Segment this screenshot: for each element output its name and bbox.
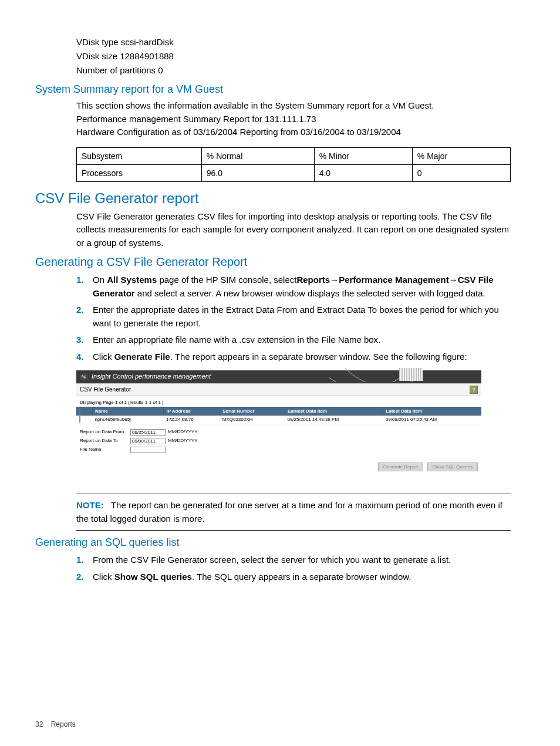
- sys-summary-p1: This section shows the information avail…: [76, 99, 513, 113]
- td-major: 0: [412, 164, 510, 181]
- cell-name: nphs4e59f9u0e5j: [93, 416, 164, 424]
- note-bottom-rule: [76, 530, 511, 531]
- step-num: 3.: [76, 333, 93, 347]
- server-row[interactable]: nphs4e59f9u0e5j 172.24.68.76 MXQ02302XH …: [77, 416, 481, 424]
- from-date-input[interactable]: [130, 429, 166, 436]
- csv-report-heading: CSV File Generator report: [35, 190, 513, 207]
- step-num: 4.: [76, 350, 93, 364]
- server-table-header: Name IP Address Serial Number Earliest D…: [77, 407, 481, 416]
- step-num: 1.: [76, 553, 93, 567]
- filename-label: File Name: [80, 447, 128, 453]
- step-body: Enter the appropriate dates in the Extra…: [93, 303, 513, 330]
- cell-latest: 09/08/2011 07:25:43 AM: [383, 416, 481, 424]
- help-icon[interactable]: ?: [470, 386, 478, 394]
- step-body: Click Generate File. The report appears …: [93, 350, 513, 364]
- sql-steps: 1. From the CSV File Generator screen, s…: [76, 553, 513, 583]
- cell-earliest: 08/25/2011 14:48:38 PM: [285, 416, 383, 424]
- note-block: NOTE: The report can be generated for on…: [76, 499, 511, 525]
- td-normal: 96.0: [201, 164, 314, 181]
- td-minor: 4.0: [314, 164, 412, 181]
- app-banner-title: Insight Control performance management: [92, 373, 211, 380]
- hp-logo-icon: hp: [80, 373, 88, 381]
- table-header-row: Subsystem % Normal % Minor % Major: [77, 147, 511, 164]
- server-table: Name IP Address Serial Number Earliest D…: [76, 407, 481, 424]
- page-title-bar: CSV File Generator ?: [76, 383, 481, 396]
- th-latest[interactable]: Latest Data Item: [383, 407, 481, 416]
- th-name[interactable]: Name: [93, 407, 164, 416]
- th-subsystem: Subsystem: [77, 147, 202, 164]
- system-summary-heading: System Summary report for a VM Guest: [35, 83, 513, 96]
- step-body: Click Show SQL queries. The SQL query ap…: [93, 571, 513, 584]
- from-format-hint: MM/DD/YYYY: [168, 429, 198, 435]
- vdisk-partitions: Number of partitions 0: [76, 63, 513, 77]
- step-4: 4. Click Generate File. The report appea…: [76, 350, 513, 364]
- subsystem-table: Subsystem % Normal % Minor % Major Proce…: [76, 147, 511, 182]
- to-format-hint: MM/DD/YYYY: [168, 438, 198, 444]
- filename-input[interactable]: [130, 447, 166, 453]
- th-ip[interactable]: IP Address: [164, 407, 220, 416]
- th-serial[interactable]: Serial Number: [220, 407, 285, 416]
- step-1: 1. From the CSV File Generator screen, s…: [76, 553, 513, 567]
- cell-ip: 172.24.68.76: [164, 416, 220, 424]
- step-body: Enter an appropriate file name with a .c…: [93, 333, 513, 347]
- result-count-bar: Displaying Page 1 of 1 (results 1-1 of 1…: [76, 396, 481, 407]
- td-subsystem: Processors: [77, 164, 202, 181]
- step-body: On All Systems page of the HP SIM consol…: [93, 274, 513, 300]
- vdisk-size: VDisk size 12884901888: [76, 49, 513, 63]
- step-2: 2. Enter the appropriate dates in the Ex…: [76, 303, 513, 330]
- csv-generator-figure: hp Insight Control performance managemen…: [76, 370, 481, 476]
- sys-summary-p2: Performance management Summary Report fo…: [76, 113, 513, 126]
- generating-csv-heading: Generating a CSV File Generator Report: [35, 255, 513, 269]
- csv-report-desc: CSV File Generator generates CSV files f…: [76, 210, 513, 250]
- step-num: 2.: [76, 303, 93, 330]
- th-minor: % Minor: [314, 147, 412, 164]
- to-date-input[interactable]: [130, 438, 166, 444]
- step-body: From the CSV File Generator screen, sele…: [93, 553, 513, 567]
- step-1: 1. On All Systems page of the HP SIM con…: [76, 274, 513, 300]
- banner-decor: [329, 368, 423, 382]
- page-number: 32: [35, 720, 43, 728]
- sys-summary-p3: Hardware Configuration as of 03/16/2004 …: [76, 126, 513, 139]
- th-earliest[interactable]: Earliest Data Item: [285, 407, 383, 416]
- note-label: NOTE:: [76, 500, 104, 510]
- cell-serial: MXQ02302XH: [220, 416, 285, 424]
- th-normal: % Normal: [201, 147, 314, 164]
- from-label: Report on Data From: [80, 429, 128, 435]
- system-summary-body: This section shows the information avail…: [76, 99, 513, 139]
- table-row: Processors 96.0 4.0 0: [77, 164, 511, 181]
- button-row: Generate Report Show SQL Queries: [76, 460, 481, 477]
- note-text: The report can be generated for one serv…: [76, 500, 502, 524]
- page-footer: 32 Reports: [35, 720, 76, 728]
- step-3: 3. Enter an appropriate file name with a…: [76, 333, 513, 347]
- th-major: % Major: [412, 147, 510, 164]
- step-num: 1.: [76, 274, 93, 300]
- to-label: Report on Data To: [80, 438, 128, 444]
- row-checkbox[interactable]: [79, 416, 80, 423]
- step-2: 2. Click Show SQL queries. The SQL query…: [76, 571, 513, 584]
- report-form: Report on Data From MM/DD/YYYY Report on…: [76, 424, 481, 460]
- step-num: 2.: [76, 571, 93, 584]
- vdisk-type: VDisk type scsi-hardDisk: [76, 35, 513, 49]
- show-sql-button[interactable]: Show SQL Queries: [427, 463, 478, 472]
- app-banner: hp Insight Control performance managemen…: [76, 370, 481, 383]
- page-title: CSV File Generator: [80, 386, 131, 393]
- note-top-rule: [76, 494, 511, 494]
- footer-section: Reports: [51, 720, 76, 728]
- sql-queries-heading: Generating an SQL queries list: [35, 536, 513, 549]
- vdisk-info: VDisk type scsi-hardDisk VDisk size 1288…: [76, 35, 513, 77]
- th-select-all[interactable]: [77, 407, 93, 416]
- generate-report-button[interactable]: Generate Report: [378, 463, 424, 472]
- csv-steps: 1. On All Systems page of the HP SIM con…: [76, 274, 513, 363]
- select-all-icon[interactable]: [79, 408, 80, 414]
